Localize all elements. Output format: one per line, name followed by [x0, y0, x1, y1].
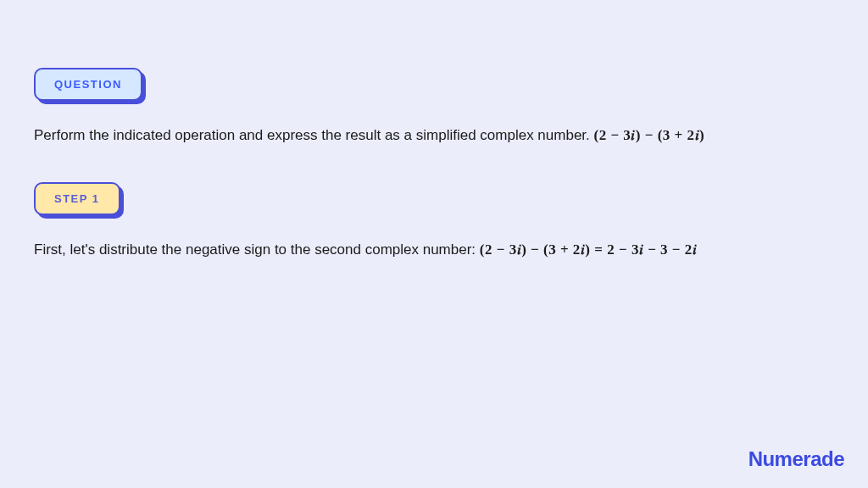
step-badge: STEP 1: [34, 182, 120, 215]
question-badge: QUESTION: [34, 68, 142, 101]
brand-logo: Numerade: [748, 447, 844, 471]
step-text: First, let's distribute the negative sig…: [34, 239, 834, 261]
question-badge-wrapper: QUESTION: [34, 68, 142, 101]
question-prose: Perform the indicated operation and expr…: [34, 127, 594, 143]
step-badge-wrapper: STEP 1: [34, 182, 120, 215]
question-text: Perform the indicated operation and expr…: [34, 125, 834, 147]
content-area: QUESTION Perform the indicated operation…: [0, 0, 868, 260]
step-math: (2 − 3𝑖) − (3 + 2𝑖) = 2 − 3𝑖 − 3 − 2𝑖: [480, 241, 697, 258]
step-prose: First, let's distribute the negative sig…: [34, 241, 480, 258]
question-math: (2 − 3𝑖) − (3 + 2𝑖): [594, 127, 705, 143]
